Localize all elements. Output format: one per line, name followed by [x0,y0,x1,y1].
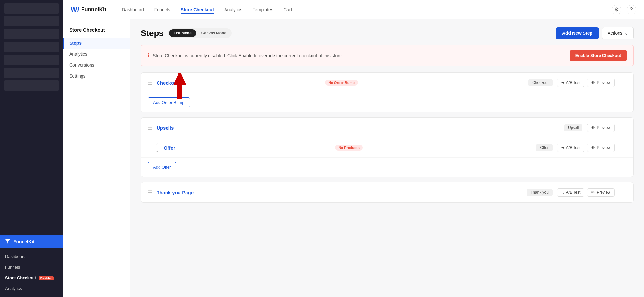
step-card-checkout: ☰ Checkout No Order Bump Checkout ⇋ A/B … [141,72,634,112]
eye-icon: 👁 [591,80,595,85]
sidebar-nav-store-checkout[interactable]: Store Checkout Disabled [0,273,63,283]
step-card-thankyou: ☰ Thank you Page Thank you ⇋ A/B Test 👁 … [141,182,634,203]
sub-sidebar-conversions[interactable]: Conversions [63,60,130,70]
sidebar-bottom-nav: Dashboard Funnels Store Checkout Disable… [0,248,63,297]
settings-icon[interactable]: ⚙ [612,5,621,14]
alert-icon: ℹ [148,52,149,59]
more-options-upsells[interactable]: ⋮ [617,123,627,133]
nav-templates[interactable]: Templates [253,6,273,14]
ab-test-button-checkout[interactable]: ⇋ A/B Test [557,79,584,87]
sidebar-dark-item [4,42,59,52]
sidebar-dark-item [4,16,59,26]
sidebar-nav-analytics[interactable]: Analytics [0,283,63,294]
add-order-bump-area: Add Order Bump [141,93,633,112]
step-type-checkout: Checkout [528,79,553,86]
nav-funnels[interactable]: Funnels [154,6,170,14]
sidebar-dark-item [4,80,59,91]
logo-icon: W/ [71,5,79,14]
step-btns-upsells: 👁 Preview ⋮ [587,123,627,133]
step-btns-checkout: ⇋ A/B Test 👁 Preview ⋮ [557,78,627,88]
sub-sidebar-steps[interactable]: Steps [63,38,130,49]
sub-sidebar: Store Checkout Steps Analytics Conversio… [63,19,130,297]
top-nav-right: ⚙ ? [612,5,636,14]
step-name-thankyou[interactable]: Thank you Page [157,190,337,195]
canvas-mode-btn[interactable]: Canvas Mode [197,29,231,37]
sidebar-dark-item [4,29,59,39]
nav-cart[interactable]: Cart [284,6,292,14]
actions-button[interactable]: Actions ⌄ [602,27,634,39]
eye-icon: 👁 [591,125,595,130]
sidebar-dark-item [4,55,59,65]
drag-handle-icon: ☰ [148,80,152,86]
step-type-upsell: Upsell [564,124,582,131]
alert-banner-text: ℹ Store Checkout is currently disabled. … [148,52,343,59]
help-icon[interactable]: ? [627,5,636,14]
no-order-bump-tag: No Order Bump [325,80,358,86]
step-btns-offer: ⇋ A/B Test 👁 Preview ⋮ [557,143,627,153]
preview-button-checkout[interactable]: 👁 Preview [587,79,615,87]
content-area: Store Checkout Steps Analytics Conversio… [63,19,644,297]
alert-message: Store Checkout is currently disabled. Cl… [153,53,343,58]
step-name-upsells[interactable]: Upsells [157,125,356,131]
top-nav: W/ FunnelKit Dashboard Funnels Store Che… [63,0,644,19]
sidebar-dark-top [0,0,63,235]
no-products-tag: No Products [335,145,362,151]
step-row-checkout: ☰ Checkout No Order Bump Checkout ⇋ A/B … [141,73,633,93]
alert-banner: ℹ Store Checkout is currently disabled. … [141,45,634,66]
sidebar-nav-funnels[interactable]: Funnels [0,262,63,273]
chevron-icon: ⌃⌄ [155,143,159,153]
sidebar-brand-label: FunnelKit [14,239,34,244]
svg-marker-1 [173,72,186,99]
sidebar-dark-item [4,68,59,78]
step-row-thankyou: ☰ Thank you Page Thank you ⇋ A/B Test 👁 … [141,182,633,202]
funnelkit-logo-icon [5,238,11,245]
sidebar-brand: FunnelKit [0,235,63,248]
add-offer-area: Add Offer [141,157,633,177]
ab-test-button-offer[interactable]: ⇋ A/B Test [557,144,584,152]
chevron-down-icon: ⌄ [624,31,628,36]
more-options-offer[interactable]: ⋮ [617,143,627,153]
steps-title-area: Steps List Mode Canvas Mode [141,28,232,38]
top-nav-logo: W/ FunnelKit [71,5,106,14]
step-type-offer: Offer [536,144,552,151]
step-type-thankyou: Thank you [527,189,553,196]
step-row-upsells: ☰ Upsells Upsell 👁 Preview ⋮ [141,118,633,138]
page-title: Steps [141,28,164,38]
more-options-checkout[interactable]: ⋮ [617,78,627,88]
mode-toggle: List Mode Canvas Mode [168,28,232,38]
more-options-thankyou[interactable]: ⋮ [617,188,627,197]
ab-test-button-thankyou[interactable]: ⇋ A/B Test [557,188,584,197]
step-card-upsells: ☰ Upsells Upsell 👁 Preview ⋮ ⌃⌄ O [141,117,634,177]
step-name-offer[interactable]: Offer [164,145,328,151]
preview-button-thankyou[interactable]: 👁 Preview [587,188,615,197]
sidebar-dark: FunnelKit Dashboard Funnels Store Checko… [0,0,63,297]
red-arrow-annotation [170,72,189,99]
main-content: Steps List Mode Canvas Mode Add New Step… [130,19,644,297]
steps-header: Steps List Mode Canvas Mode Add New Step… [141,27,634,39]
enable-store-checkout-button[interactable]: Enable Store Checkout [570,50,627,61]
sidebar-nav-dashboard[interactable]: Dashboard [0,251,63,262]
disabled-badge: Disabled [39,276,54,280]
step-btns-thankyou: ⇋ A/B Test 👁 Preview ⋮ [557,188,627,197]
preview-button-upsells[interactable]: 👁 Preview [587,124,615,132]
sub-sidebar-settings[interactable]: Settings [63,70,130,81]
nav-analytics[interactable]: Analytics [224,6,242,14]
sub-step-row-offer: ⌃⌄ Offer No Products Offer ⇋ A/B Test 👁 … [141,138,633,157]
nav-store-checkout[interactable]: Store Checkout [181,6,214,14]
nav-dashboard[interactable]: Dashboard [122,6,144,14]
preview-button-offer[interactable]: 👁 Preview [587,144,615,152]
add-new-step-button[interactable]: Add New Step [556,27,599,39]
ab-test-icon: ⇋ [561,80,564,85]
list-mode-btn[interactable]: List Mode [169,29,196,37]
sidebar-dark-item [4,3,59,14]
sub-sidebar-analytics[interactable]: Analytics [63,49,130,60]
drag-handle-icon: ☰ [148,125,152,131]
sub-sidebar-title: Store Checkout [63,27,130,38]
logo-text: FunnelKit [81,6,106,13]
steps-actions: Add New Step Actions ⌄ [556,27,634,39]
eye-icon: 👁 [591,145,595,150]
add-offer-button[interactable]: Add Offer [148,162,176,172]
drag-handle-icon: ☰ [148,190,152,196]
ab-test-icon: ⇋ [561,190,564,195]
eye-icon: 👁 [591,190,595,195]
